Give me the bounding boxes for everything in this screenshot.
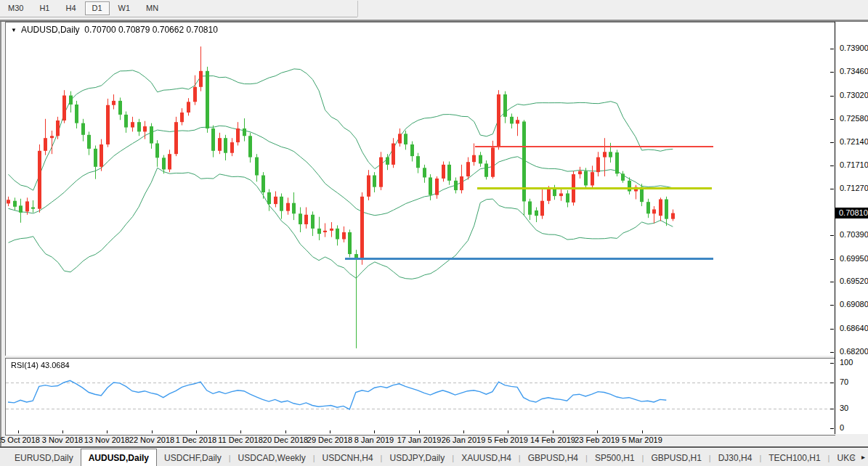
tab-tech100-h1[interactable]: TECH100,H1 (761, 449, 827, 466)
toolbar-separator (357, 1, 358, 17)
ohlc-low: 0.70662 (153, 25, 184, 35)
price-axis-label: 0.73460 (840, 67, 868, 75)
mt4-chart-window: { "toolbar": { "timeframes": ["M30","H1"… (0, 0, 868, 466)
tab-gbpusd-h4[interactable]: GBPUSD,H4 (521, 449, 585, 466)
date-axis-label: 3 Nov 2018 (42, 436, 83, 444)
rsi-axis-label: 70 (840, 377, 848, 386)
rsi-canvas[interactable] (6, 359, 834, 433)
price-axis-label: 0.72140 (840, 137, 868, 146)
tab-sp500-h1[interactable]: SP500,H1 (588, 449, 642, 466)
tab-usdjpy-daily[interactable]: USDJPY,Daily (382, 449, 452, 466)
ohlc-open: 0.70700 (84, 25, 115, 35)
tab-gbpusd-h1[interactable]: GBPUSD,H1 (644, 449, 708, 466)
rsi-axis-label: 100 (840, 358, 853, 367)
timeframe-toolbar-panel: M30H1H4D1W1MN (0, 0, 357, 17)
price-axis[interactable] (835, 22, 868, 434)
rsi-axis-label: 0 (840, 423, 844, 432)
chart-tab-bar: EURUSD,DailyAUDUSD,DailyUSDCHF,Daily|USD… (0, 448, 868, 466)
tab-usdchf-daily[interactable]: USDCHF,Daily (157, 449, 229, 466)
price-axis-label: 0.72580 (840, 114, 868, 123)
price-axis-label: 0.71710 (840, 160, 868, 169)
timeframe-button-d1[interactable]: D1 (85, 1, 110, 15)
tab-scroll-right-button[interactable]: ▸ (861, 453, 865, 461)
date-axis-label: 1 Dec 2018 (176, 436, 216, 444)
ohlc-high: 0.70879 (118, 25, 150, 35)
rsi-indicator-label: RSI(14) 43.0684 (11, 361, 70, 369)
chart-title: ▼AUDUSD,Daily 0.70700 0.70879 0.70662 0.… (11, 25, 218, 35)
timeframe-button-h4[interactable]: H4 (58, 1, 83, 15)
price-axis-label: 0.69080 (840, 300, 868, 308)
price-axis-label: 0.73020 (840, 91, 868, 99)
price-axis-label: 0.71270 (840, 184, 868, 192)
date-axis-label: 11 Dec 2018 (218, 436, 263, 444)
timeframe-button-mn[interactable]: MN (139, 1, 166, 15)
date-axis-label: 13 Nov 2018 (84, 436, 129, 444)
date-axis-label: 23 Feb 2019 (575, 436, 620, 444)
main-chart-canvas[interactable] (6, 23, 834, 353)
date-axis-label: 17 Jan 2019 (397, 436, 442, 444)
chart-symbol-label: AUDUSD,Daily (21, 25, 80, 35)
date-axis-label: 25 Oct 2018 (0, 436, 40, 444)
date-axis-label: 8 Jan 2019 (354, 436, 394, 444)
price-axis-label: 0.73900 (840, 44, 868, 52)
tab-usdcad-weekly[interactable]: USDCAD,Weekly (231, 449, 313, 466)
date-axis-label: 5 Feb 2019 (487, 436, 528, 444)
date-axis-label: 22 Nov 2018 (129, 436, 174, 444)
date-axis-label: 20 Dec 2018 (263, 436, 308, 444)
price-axis-label: 0.69520 (840, 277, 868, 285)
tab-usdcnh-h4[interactable]: USDCNH,H4 (315, 449, 381, 466)
tab-eurusd-daily[interactable]: EURUSD,Daily (7, 449, 81, 466)
tab-scroll-left-button[interactable]: ◂ (851, 454, 854, 461)
tab-xauusd-h4[interactable]: XAUUSD,H4 (454, 449, 519, 466)
ohlc-close: 0.70810 (186, 25, 217, 35)
tab-audusd-daily[interactable]: AUDUSD,Daily (81, 449, 157, 466)
timeframe-toolbar: M30H1H4D1W1MN (0, 0, 868, 20)
tab-dj30-h4[interactable]: DJ30,H4 (711, 449, 760, 466)
rsi-axis-label: 30 (840, 404, 848, 412)
price-axis-label: 0.68640 (840, 324, 868, 332)
date-axis-label: 14 Feb 2019 (530, 436, 575, 444)
current-price-badge: 0.70810 (835, 208, 868, 218)
price-axis-label: 0.70390 (840, 230, 868, 239)
timeframe-button-w1[interactable]: W1 (111, 1, 138, 15)
tab-scroll-nav: ◂ ▸ (851, 448, 865, 466)
timeframe-button-h1[interactable]: H1 (32, 1, 57, 15)
price-axis-label: 0.68200 (840, 347, 868, 356)
date-axis-label: 5 Mar 2019 (622, 436, 662, 444)
timeframe-button-m30[interactable]: M30 (1, 1, 31, 15)
date-axis-label: 29 Dec 2018 (307, 436, 352, 444)
chart-dropdown-icon[interactable]: ▼ (11, 27, 17, 33)
price-axis-label: 0.69950 (840, 254, 868, 263)
date-axis-label: 26 Jan 2019 (442, 436, 486, 444)
